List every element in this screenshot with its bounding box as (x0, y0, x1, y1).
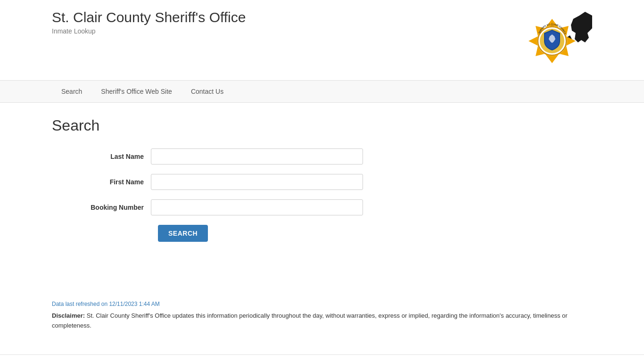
badge-svg: SHERIFF ST. CLAIR COUNTY (517, 9, 592, 71)
disclaimer-label: Disclaimer: (52, 312, 85, 319)
first-name-group: First Name (75, 174, 592, 190)
booking-number-input[interactable] (151, 199, 363, 215)
nav-link-search[interactable]: Search (52, 81, 91, 102)
disclaimer-body: St. Clair County Sheriff's Office update… (52, 312, 568, 329)
last-name-label: Last Name (75, 153, 151, 160)
booking-number-label: Booking Number (75, 204, 151, 211)
last-name-input[interactable] (151, 148, 363, 165)
nav-link-contact[interactable]: Contact Us (182, 81, 233, 102)
page-header: St. Clair County Sheriff's Office Inmate… (0, 0, 644, 80)
header-text: St. Clair County Sheriff's Office Inmate… (52, 9, 246, 35)
disclaimer-text: Disclaimer: St. Clair County Sheriff's O… (52, 311, 570, 331)
search-button-row: SEARCH (158, 225, 592, 242)
booking-number-group: Booking Number (75, 199, 592, 215)
nav-item-sheriffs-website[interactable]: Sheriff's Office Web Site (91, 81, 182, 102)
nav-item-contact[interactable]: Contact Us (182, 81, 233, 102)
page-footer: © 2023 St. Clair County Sheriff's Depart… (0, 354, 644, 362)
site-subtitle: Inmate Lookup (52, 27, 246, 35)
nav-link-sheriffs-website[interactable]: Sheriff's Office Web Site (91, 81, 182, 102)
first-name-label: First Name (75, 178, 151, 186)
search-button[interactable]: SEARCH (158, 225, 208, 242)
main-content: Search Last Name First Name Booking Numb… (0, 103, 644, 291)
search-form-section: Last Name First Name Booking Number SEAR… (75, 148, 592, 242)
sheriff-badge-logo: SHERIFF ST. CLAIR COUNTY (517, 9, 592, 71)
page-title: Search (52, 117, 592, 134)
last-name-group: Last Name (75, 148, 592, 165)
site-title: St. Clair County Sheriff's Office (52, 9, 246, 25)
navbar: Search Sheriff's Office Web Site Contact… (0, 80, 644, 103)
nav-item-search[interactable]: Search (52, 81, 91, 102)
first-name-input[interactable] (151, 174, 363, 190)
footer-info: Data last refreshed on 12/11/2023 1:44 A… (0, 291, 644, 340)
data-refresh-text: Data last refreshed on 12/11/2023 1:44 A… (52, 301, 592, 307)
